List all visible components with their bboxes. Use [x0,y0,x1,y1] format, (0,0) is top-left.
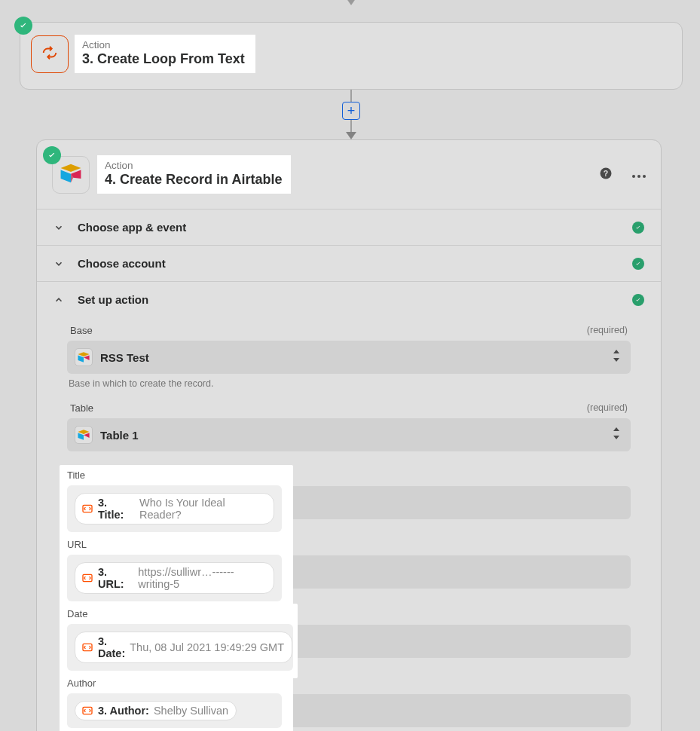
chevron-down-icon [53,258,64,269]
field-title: Title 3. Title: Who Is Your Ideal Reader… [67,465,631,521]
loop-mini-icon [81,642,93,653]
step-card-3[interactable]: Action 3. Create Loop From Text [20,22,683,90]
check-badge-icon [43,146,61,164]
section-choose-account[interactable]: Choose account [37,246,661,282]
field-url: URL 3. URL: https://sulliwr…------writin… [67,534,631,590]
field-table: Table (required) Table 1 [67,402,631,451]
airtable-mini-icon [75,348,93,366]
field-label: Title [67,469,85,481]
svg-point-3 [637,175,640,178]
loop-mini-icon [81,573,93,583]
svg-point-4 [643,175,646,178]
date-input[interactable]: 3. Date: Thu, 08 Jul 2021 19:49:29 GMT [67,624,293,671]
airtable-mini-icon [75,426,93,444]
step-type-label: Action [82,39,245,50]
add-step-button[interactable]: + [342,102,360,120]
svg-text:?: ? [604,168,608,177]
field-label: Table [70,402,93,414]
field-date: Date 3. Date: Thu, 08 Jul 2021 19:49:29 … [67,604,631,659]
loop-app-icon [31,35,69,73]
chevron-down-icon [53,222,64,233]
mapped-token[interactable]: 3. Author: Shelby Sullivan [75,701,237,720]
field-author: Author 3. Author: Shelby Sullivan [67,673,631,729]
mapped-token[interactable]: 3. URL: https://sulliwr…------writing-5 [75,562,274,594]
field-label: URL [67,539,87,550]
more-menu-icon[interactable] [632,168,646,182]
field-label: Author [67,677,96,689]
chevron-up-icon [53,295,64,305]
table-select[interactable]: Table 1 [67,418,631,451]
status-complete-icon [632,294,644,306]
field-base: Base (required) RSS Test Base in which t… [67,325,631,389]
url-input[interactable]: 3. URL: https://sulliwr…------writing-5 [67,555,282,601]
section-choose-app-event[interactable]: Choose app & event [37,210,661,246]
sort-icon [613,427,620,442]
loop-mini-icon [81,503,93,514]
title-input[interactable]: 3. Title: Who Is Your Ideal Reader? [67,485,282,532]
step-title: 4. Create Record in Airtable [105,172,282,188]
field-label: Base [70,325,93,336]
mapped-token[interactable]: 3. Date: Thu, 08 Jul 2021 19:49:29 GMT [75,632,292,663]
field-required: (required) [587,325,628,336]
field-label: Date [67,608,87,619]
step-title: 3. Create Loop From Text [82,51,245,67]
mapped-token[interactable]: 3. Title: Who Is Your Ideal Reader? [75,493,274,525]
help-icon[interactable]: ? [599,167,613,183]
section-set-up-action[interactable]: Set up action [37,282,661,317]
status-complete-icon [632,222,644,234]
field-required: (required) [587,402,628,414]
sort-icon [613,350,620,365]
loop-mini-icon [81,705,93,716]
check-badge-icon [14,17,32,35]
step-card-4: Action 4. Create Record in Airtable ? Ch… [36,139,662,731]
step-type-label: Action [105,160,282,171]
field-help: Base in which to create the record. [67,378,631,389]
base-select[interactable]: RSS Test [67,341,631,374]
author-input[interactable]: 3. Author: Shelby Sullivan [67,693,282,728]
status-complete-icon [632,258,644,270]
svg-point-2 [632,175,635,178]
